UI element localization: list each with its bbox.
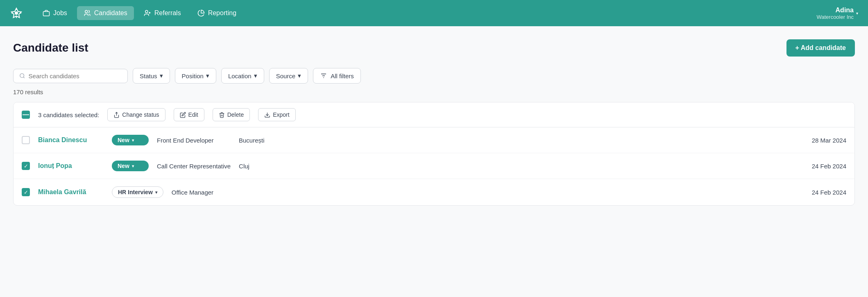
checkmark-icon-2: ✓ [24,163,28,169]
user-company: Watercooler Inc [816,14,854,20]
edit-label: Edit [188,111,198,118]
change-status-label: Change status [122,111,159,118]
svg-point-6 [85,10,88,13]
candidate-position-2: Call Center Representative [157,163,231,170]
candidate-position-1: Front End Developer [157,137,231,144]
export-label: Export [273,111,289,118]
location-filter-label: Location [228,73,252,79]
svg-point-10 [20,74,24,78]
status-label-3: HR Interview [118,189,153,195]
selected-count-text: 3 candidates selected: [38,111,99,118]
add-candidate-button[interactable]: + Add candidate [786,39,855,57]
svg-line-11 [23,77,25,78]
candidate-name-2[interactable]: Ionuț Popa [38,162,104,170]
all-filters-button[interactable]: All filters [313,68,361,84]
position-filter-chevron: ▾ [206,72,209,79]
edit-button[interactable]: Edit [174,108,204,121]
status-label-1: New [118,137,129,143]
row-checkbox-3[interactable]: ✓ [22,188,30,196]
page-header: Candidate list + Add candidate [13,39,855,57]
navbar: Jobs Candidates Referrals [0,0,868,26]
minus-icon: — [23,111,29,118]
nav-candidates-label: Candidates [94,9,127,17]
nav-item-candidates[interactable]: Candidates [77,6,134,20]
selection-bar: — 3 candidates selected: Change status E… [14,102,854,127]
location-filter-chevron: ▾ [254,72,257,79]
row-checkbox-2[interactable]: ✓ [22,162,30,170]
status-badge-3[interactable]: HR Interview ▾ [112,186,163,198]
nav-item-reporting[interactable]: Reporting [191,6,243,20]
source-filter-chevron: ▾ [298,72,301,79]
table-row: ✓ Ionuț Popa New ▾ Call Center Represent… [14,153,854,179]
user-name: Adina [836,7,854,14]
candidate-date-3: 24 Feb 2024 [812,189,846,196]
select-all-checkbox[interactable]: — [22,111,30,119]
position-filter-button[interactable]: Position ▾ [175,68,216,84]
svg-point-7 [145,10,148,13]
status-chevron-1: ▾ [132,138,134,143]
delete-label: Delete [227,111,244,118]
candidate-date-2: 24 Feb 2024 [812,163,846,170]
position-filter-label: Position [182,73,204,79]
status-chevron-3: ▾ [155,190,157,195]
status-chevron-2: ▾ [132,164,134,168]
source-filter-button[interactable]: Source ▾ [269,68,308,84]
nav-referrals-label: Referrals [154,9,181,17]
results-count: 170 results [13,88,855,95]
candidate-name-1[interactable]: Bianca Dinescu [38,136,104,144]
nav-item-jobs[interactable]: Jobs [36,6,74,20]
pie-chart-icon [197,9,205,17]
filter-icon [320,72,327,79]
all-filters-label: All filters [331,73,354,79]
location-filter-button[interactable]: Location ▾ [221,68,264,84]
change-status-icon [113,112,120,118]
checkmark-icon-3: ✓ [24,189,28,195]
export-icon [264,112,270,118]
change-status-button[interactable]: Change status [107,108,165,121]
nav-jobs-label: Jobs [53,9,67,17]
candidate-position-3: Office Manager [172,189,245,196]
source-filter-label: Source [276,73,296,79]
table-row: ✓ Mihaela Gavrilă HR Interview ▾ Office … [14,179,854,205]
edit-icon [180,112,186,118]
delete-icon [219,112,225,118]
search-input[interactable] [29,73,122,79]
people-icon [84,9,91,17]
svg-point-0 [15,11,18,15]
status-filter-button[interactable]: Status ▾ [133,68,170,84]
user-info: Adina Watercooler Inc [816,7,854,20]
search-icon [19,73,25,79]
status-badge-2[interactable]: New ▾ [112,161,149,171]
candidate-location-2: Cluj [239,163,280,170]
export-button[interactable]: Export [258,108,295,121]
briefcase-icon [43,9,50,17]
candidate-name-3[interactable]: Mihaela Gavrilă [38,188,104,196]
user-chevron-icon: ▾ [856,11,858,16]
user-menu[interactable]: Adina Watercooler Inc ▾ [816,7,858,20]
search-box[interactable] [13,69,128,83]
svg-rect-5 [43,11,50,16]
row-checkbox-1[interactable] [22,136,30,144]
nav-reporting-label: Reporting [208,9,236,17]
delete-button[interactable]: Delete [213,108,250,121]
page-title: Candidate list [13,41,88,54]
candidate-location-1: București [239,137,280,144]
candidates-table: — 3 candidates selected: Change status E… [13,102,855,206]
page-content: Candidate list + Add candidate Status ▾ … [0,26,868,219]
nav-item-referrals[interactable]: Referrals [137,6,188,20]
person-plus-icon [144,9,151,17]
status-badge-1[interactable]: New ▾ [112,135,149,145]
status-label-2: New [118,163,129,169]
table-row: Bianca Dinescu New ▾ Front End Developer… [14,127,854,153]
candidate-date-1: 28 Mar 2024 [812,137,846,144]
status-filter-chevron: ▾ [160,72,163,79]
status-filter-label: Status [140,73,157,79]
nav-items: Jobs Candidates Referrals [36,6,816,20]
app-logo[interactable] [10,7,23,20]
filters-row: Status ▾ Position ▾ Location ▾ Source ▾ … [13,68,855,84]
